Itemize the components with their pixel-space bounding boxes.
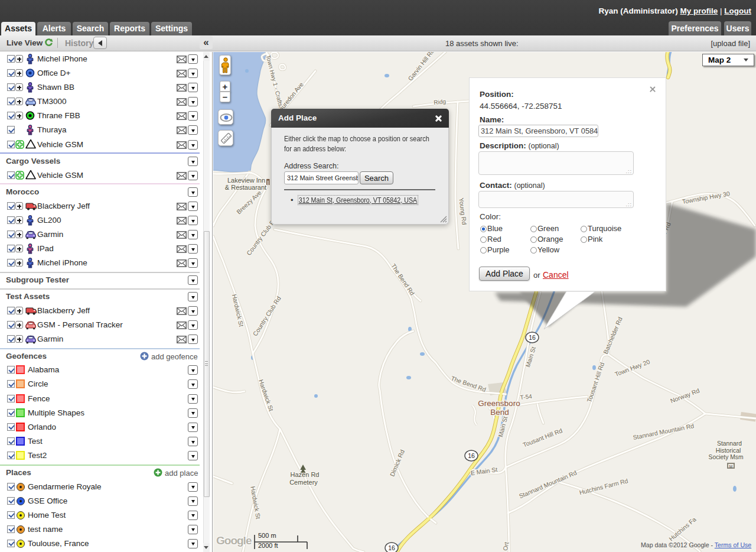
svg-text:16: 16: [529, 334, 536, 341]
svg-text:T-54: T-54: [520, 393, 532, 401]
svg-text:16: 16: [388, 544, 395, 551]
svg-text:Bend: Bend: [490, 408, 509, 417]
svg-text:Historical: Historical: [716, 447, 741, 454]
svg-text:Cemetery: Cemetery: [289, 479, 318, 486]
svg-text:Ort: Ort: [501, 541, 510, 551]
svg-text:16: 16: [468, 452, 475, 459]
svg-text:Society Msm: Society Msm: [709, 454, 744, 460]
svg-text:M: M: [729, 465, 732, 469]
svg-text:Hazen Rd: Hazen Rd: [291, 471, 320, 478]
svg-text:& Restauarant: & Restauarant: [225, 184, 266, 191]
svg-text:Lakeview Inn: Lakeview Inn: [227, 177, 265, 184]
svg-text:Stannard: Stannard: [717, 440, 742, 447]
svg-text:Greensboro: Greensboro: [478, 399, 520, 408]
svg-text:Ridg: Ridg: [434, 98, 447, 106]
